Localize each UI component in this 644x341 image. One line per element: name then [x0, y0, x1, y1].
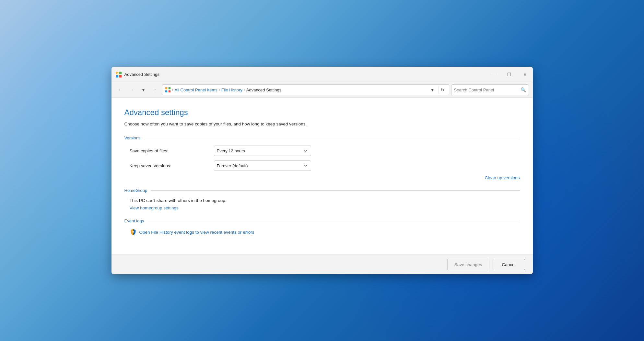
svg-rect-5: [165, 87, 167, 89]
back-button[interactable]: ←: [115, 85, 125, 95]
versions-section-line: [144, 138, 520, 138]
homegroup-content: This PC can't share with others in the h…: [124, 198, 520, 211]
address-dropdown-button[interactable]: ▼: [429, 86, 436, 94]
homegroup-section-title: HomeGroup: [124, 188, 147, 193]
save-copies-label: Save copies of files:: [130, 148, 214, 153]
clean-up-versions-link[interactable]: Clean up versions: [485, 175, 520, 180]
svg-rect-8: [168, 90, 170, 92]
homegroup-section-line: [151, 190, 520, 191]
breadcrumb-item-1[interactable]: All Control Panel Items: [175, 88, 217, 92]
svg-rect-3: [119, 75, 122, 77]
minimize-button[interactable]: —: [486, 67, 502, 82]
search-input[interactable]: [454, 88, 519, 92]
event-logs-section-header: Event logs: [124, 218, 520, 223]
cancel-button[interactable]: Cancel: [493, 259, 525, 270]
event-log-row: Open File History event logs to view rec…: [124, 229, 520, 236]
versions-section-header: Versions: [124, 135, 520, 140]
refresh-button[interactable]: ↻: [439, 86, 446, 94]
homegroup-info: This PC can't share with others in the h…: [130, 198, 520, 203]
window-title: Advanced Settings: [124, 72, 159, 77]
page-description: Choose how often you want to save copies…: [124, 122, 520, 126]
maximize-button[interactable]: ❐: [502, 67, 517, 82]
keep-versions-row: Keep saved versions: Until space is need…: [124, 160, 520, 171]
nav-bar: ← → ▼ ↑ ‹ All Control Panel Items › File…: [111, 82, 533, 98]
advanced-settings-window: Advanced Settings — ❐ ✕ ← → ▼ ↑ ‹ All Co…: [111, 67, 533, 274]
recent-locations-button[interactable]: ▼: [139, 85, 148, 95]
address-text: All Control Panel Items › File History ›…: [175, 88, 428, 92]
page-title: Advanced settings: [124, 108, 520, 117]
shield-icon: [130, 229, 137, 236]
view-homegroup-link[interactable]: View homegroup settings: [130, 206, 179, 210]
forward-button[interactable]: →: [127, 85, 137, 95]
address-bar: ‹ All Control Panel Items › File History…: [162, 84, 449, 95]
svg-point-4: [117, 73, 118, 74]
svg-point-9: [132, 231, 134, 233]
address-arrow-1: ›: [219, 88, 220, 92]
keep-versions-label: Keep saved versions:: [130, 163, 214, 168]
breadcrumb-item-3: Advanced Settings: [246, 88, 281, 92]
versions-section-title: Versions: [124, 135, 141, 140]
address-arrow-2: ›: [244, 88, 245, 92]
up-button[interactable]: ↑: [150, 85, 160, 95]
search-bar[interactable]: 🔍: [451, 84, 529, 95]
bottom-bar: Save changes Cancel: [111, 254, 533, 274]
clean-up-row: Clean up versions: [124, 175, 520, 180]
event-logs-section-title: Event logs: [124, 218, 144, 223]
svg-rect-1: [119, 72, 122, 74]
window-controls: — ❐ ✕: [486, 67, 533, 82]
svg-rect-6: [168, 87, 170, 89]
address-sep-1: ‹: [172, 88, 173, 92]
breadcrumb-item-2[interactable]: File History: [221, 88, 242, 92]
window-title-icon: [115, 71, 122, 78]
save-copies-select[interactable]: Every 10 minutes Every 15 minutes Every …: [214, 146, 311, 156]
search-icon[interactable]: 🔍: [521, 87, 526, 92]
title-bar-left: Advanced Settings: [115, 71, 159, 78]
content-area: Advanced settings Choose how often you w…: [111, 98, 533, 254]
svg-rect-2: [116, 75, 118, 77]
keep-versions-select[interactable]: Until space is needed 1 month 3 months 6…: [214, 160, 311, 171]
title-bar: Advanced Settings — ❐ ✕: [111, 67, 533, 82]
event-logs-section-line: [148, 221, 520, 221]
address-bar-icon: [165, 87, 171, 93]
open-event-logs-link[interactable]: Open File History event logs to view rec…: [139, 230, 254, 235]
close-button[interactable]: ✕: [517, 67, 533, 82]
homegroup-section-header: HomeGroup: [124, 188, 520, 193]
svg-rect-7: [165, 90, 167, 92]
save-changes-button[interactable]: Save changes: [447, 259, 489, 270]
save-copies-row: Save copies of files: Every 10 minutes E…: [124, 146, 520, 156]
